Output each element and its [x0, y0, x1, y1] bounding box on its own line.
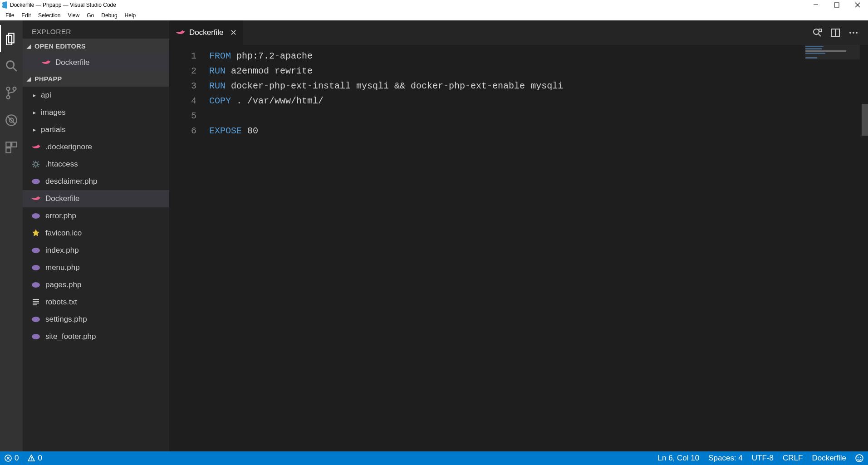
workspace-header[interactable]: ◢ PHPAPP	[23, 71, 169, 87]
chevron-right-icon: ▸	[31, 92, 38, 98]
chevron-right-icon: ▸	[31, 127, 38, 133]
file-item[interactable]: Dockerfile	[23, 190, 169, 207]
editor-code[interactable]: FROM php:7.2-apacheRUN a2enmod rewriteRU…	[209, 45, 868, 451]
error-icon	[5, 455, 12, 462]
status-spaces[interactable]: Spaces: 4	[704, 451, 747, 465]
open-editor-item[interactable]: Dockerfile	[23, 54, 169, 71]
tree-item-label: favicon.ico	[45, 229, 82, 238]
docker-icon	[41, 58, 51, 68]
editor-scroll-handle[interactable]	[862, 104, 868, 136]
warning-icon	[28, 455, 35, 462]
tree-item-label: images	[41, 108, 66, 117]
file-item[interactable]: menu.php	[23, 259, 169, 276]
folder-item[interactable]: ▸partials	[23, 121, 169, 138]
open-editors-label: OPEN EDITORS	[34, 43, 86, 50]
editor-gutter: 123456	[169, 45, 209, 451]
menu-help[interactable]: Help	[121, 10, 140, 20]
tree-item-label: site_footer.php	[45, 332, 96, 341]
activity-source-control[interactable]	[0, 79, 23, 107]
menu-edit[interactable]: Edit	[18, 10, 34, 20]
window-minimize-button[interactable]	[805, 0, 826, 10]
editor-tabs: Dockerfile ✕	[169, 20, 868, 45]
status-language[interactable]: Dockerfile	[807, 451, 851, 465]
chevron-right-icon: ▸	[31, 109, 38, 116]
activity-debug[interactable]	[0, 107, 23, 134]
status-line-col[interactable]: Ln 6, Col 10	[653, 451, 704, 465]
menu-view[interactable]: View	[64, 10, 83, 20]
file-item[interactable]: site_footer.php	[23, 328, 169, 345]
menu-go[interactable]: Go	[83, 10, 98, 20]
star-icon	[31, 228, 41, 238]
file-item[interactable]: robots.txt	[23, 294, 169, 311]
tab-label: Dockerfile	[189, 28, 224, 37]
tab-close-button[interactable]: ✕	[230, 28, 237, 38]
gear-icon	[31, 159, 41, 169]
file-item[interactable]: pages.php	[23, 276, 169, 294]
tree-item-label: .htaccess	[45, 160, 78, 169]
file-item[interactable]: settings.php	[23, 311, 169, 328]
php-icon	[31, 176, 41, 186]
status-bar: 0 0 Ln 6, Col 10 Spaces: 4 UTF-8 CRLF Do…	[0, 451, 868, 465]
file-item[interactable]: .htaccess	[23, 156, 169, 173]
tree-item-label: error.php	[45, 211, 76, 220]
activity-explorer[interactable]	[0, 25, 23, 52]
editor-action-more[interactable]	[844, 24, 863, 42]
workspace-label: PHPAPP	[34, 75, 62, 83]
tree-item-label: pages.php	[45, 280, 81, 289]
php-icon	[31, 314, 41, 324]
sidebar-title: EXPLORER	[23, 20, 169, 39]
php-icon	[31, 280, 41, 290]
status-errors[interactable]: 0	[0, 451, 23, 465]
open-editors-header[interactable]: ◢ OPEN EDITORS	[23, 39, 169, 54]
docker-icon	[176, 28, 185, 37]
tree-item-label: desclaimer.php	[45, 177, 97, 186]
smile-icon	[855, 454, 863, 462]
file-item[interactable]: favicon.ico	[23, 225, 169, 242]
tree-item-label: partials	[41, 125, 66, 134]
folder-item[interactable]: ▸images	[23, 104, 169, 121]
folder-item[interactable]: ▸api	[23, 87, 169, 104]
tree-item-label: api	[41, 91, 51, 100]
title-bar: Dockerfile — Phpapp — Visual Studio Code	[0, 0, 868, 10]
php-icon	[31, 245, 41, 255]
docker-icon	[31, 194, 41, 204]
vscode-icon	[1, 1, 8, 9]
lines-icon	[31, 297, 41, 307]
window-title: Dockerfile — Phpapp — Visual Studio Code	[10, 2, 116, 8]
minimap[interactable]	[805, 45, 860, 63]
menu-selection[interactable]: Selection	[34, 10, 64, 20]
php-icon	[31, 332, 41, 342]
editor-action-split[interactable]	[826, 24, 844, 42]
chevron-down-icon: ◢	[25, 43, 33, 49]
status-encoding[interactable]: UTF-8	[747, 451, 778, 465]
activity-extensions[interactable]	[0, 134, 23, 161]
tree-item-label: .dockerignore	[45, 142, 92, 152]
chevron-down-icon: ◢	[25, 76, 33, 82]
file-item[interactable]: index.php	[23, 242, 169, 259]
editor-area: Dockerfile ✕ 123456 FROM php:7.2-apacheR…	[169, 20, 868, 451]
tab-dockerfile[interactable]: Dockerfile ✕	[169, 20, 243, 45]
status-eol[interactable]: CRLF	[778, 451, 807, 465]
tree-item-label: robots.txt	[45, 298, 77, 307]
explorer-sidebar: EXPLORER ◢ OPEN EDITORS Dockerfile ◢ PHP…	[23, 20, 169, 451]
window-close-button[interactable]	[847, 0, 868, 10]
file-item[interactable]: error.php	[23, 207, 169, 225]
status-feedback[interactable]	[851, 451, 868, 465]
menu-file[interactable]: File	[2, 10, 18, 20]
php-icon	[31, 263, 41, 273]
editor-action-find[interactable]	[808, 24, 826, 42]
docker-icon	[31, 142, 41, 152]
menu-bar: File Edit Selection View Go Debug Help	[0, 10, 868, 20]
activity-search[interactable]	[0, 52, 23, 79]
tree-item-label: menu.php	[45, 263, 80, 272]
open-editor-label: Dockerfile	[55, 58, 90, 67]
tree-item-label: Dockerfile	[45, 194, 80, 203]
status-warnings[interactable]: 0	[23, 451, 46, 465]
file-item[interactable]: .dockerignore	[23, 138, 169, 156]
tree-item-label: settings.php	[45, 315, 87, 324]
tree-item-label: index.php	[45, 246, 79, 255]
window-maximize-button[interactable]	[826, 0, 847, 10]
file-item[interactable]: desclaimer.php	[23, 173, 169, 190]
activity-bar	[0, 20, 23, 451]
menu-debug[interactable]: Debug	[98, 10, 121, 20]
